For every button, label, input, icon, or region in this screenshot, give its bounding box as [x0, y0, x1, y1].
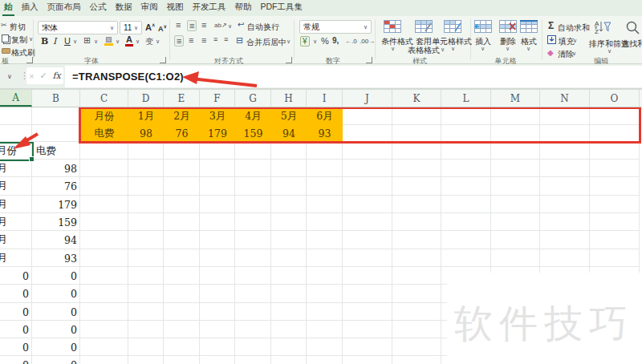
- column-header-L[interactable]: L: [441, 90, 491, 107]
- column-header-O[interactable]: O: [590, 90, 640, 107]
- borders-icon[interactable]: ⊞: [83, 35, 91, 46]
- cell-B5[interactable]: 76: [32, 177, 80, 196]
- chevron-down-icon[interactable]: ∨: [94, 38, 98, 45]
- tab-公式[interactable]: 公式: [88, 0, 108, 16]
- align-left-icon[interactable]: ≡: [174, 35, 184, 47]
- wrap-text-button[interactable]: 自动换行: [247, 22, 279, 33]
- cell-B13[interactable]: 0: [32, 321, 80, 338]
- cell-B15[interactable]: 0: [32, 356, 80, 364]
- chevron-down-icon[interactable]: ∨: [526, 46, 530, 52]
- cell-B7[interactable]: 159: [32, 213, 80, 231]
- chevron-down-icon[interactable]: ∨: [451, 46, 455, 52]
- tab-帮助[interactable]: 帮助: [234, 0, 254, 16]
- insert-function-button[interactable]: fx: [52, 71, 60, 81]
- clipboard-dialog-launcher[interactable]: [26, 57, 33, 63]
- increase-font-size-button[interactable]: A∧: [145, 22, 155, 32]
- cell-A5[interactable]: 2月: [0, 177, 32, 196]
- chevron-down-icon[interactable]: ∨: [572, 51, 576, 57]
- cell-B8[interactable]: 94: [32, 231, 80, 249]
- cell-B12[interactable]: 0: [32, 303, 80, 321]
- align-right-icon[interactable]: ≡: [201, 35, 206, 45]
- fill-color-icon[interactable]: ▨: [104, 35, 113, 46]
- bold-button[interactable]: B: [41, 36, 48, 47]
- cell-A7[interactable]: 4月: [0, 213, 32, 231]
- autosum-button[interactable]: 自动求和: [558, 22, 590, 34]
- orientation-icon[interactable]: ab↗: [214, 22, 227, 29]
- decrease-decimal-icon[interactable]: .00→: [360, 38, 375, 45]
- comma-style-icon[interactable]: 9,: [332, 36, 339, 45]
- chevron-down-icon[interactable]: ∨: [73, 38, 77, 45]
- font-size-select[interactable]: 11∨: [120, 21, 142, 34]
- cell-A8[interactable]: 5月: [0, 231, 32, 249]
- column-header-N[interactable]: N: [540, 90, 590, 107]
- percent-style-icon[interactable]: %: [321, 36, 329, 46]
- number-format-select[interactable]: 常规∨: [299, 20, 372, 34]
- column-header-E[interactable]: E: [164, 90, 200, 107]
- cell-A13[interactable]: 0: [0, 321, 32, 338]
- column-header-C[interactable]: C: [80, 90, 128, 107]
- chevron-down-icon[interactable]: ∨: [156, 38, 160, 45]
- column-header-J[interactable]: J: [343, 90, 392, 107]
- column-header-A[interactable]: A: [0, 90, 32, 107]
- accounting-format-icon[interactable]: ¥: [300, 36, 310, 47]
- chevron-down-icon[interactable]: ∨: [481, 46, 485, 52]
- column-header-G[interactable]: G: [235, 90, 271, 107]
- find-select-button[interactable]: 查找和: [621, 38, 642, 50]
- alignment-dialog-launcher[interactable]: [286, 57, 292, 63]
- cell-A6[interactable]: 3月: [0, 196, 32, 213]
- number-dialog-launcher[interactable]: [366, 57, 372, 63]
- font-name-select[interactable]: 宋体∨: [38, 21, 118, 34]
- column-header-K[interactable]: K: [392, 90, 441, 107]
- cancel-button[interactable]: ×: [29, 71, 34, 81]
- cell-A12[interactable]: 0: [0, 303, 32, 321]
- chevron-down-icon[interactable]: ∨: [29, 36, 33, 42]
- increase-decimal-icon[interactable]: ←.0: [345, 38, 357, 45]
- cell-A14[interactable]: 0: [0, 338, 32, 356]
- cell-B4[interactable]: 98: [32, 160, 80, 177]
- chevron-down-icon[interactable]: ∨: [573, 38, 577, 44]
- column-header-H[interactable]: H: [271, 90, 307, 107]
- chevron-down-icon[interactable]: ∨: [391, 46, 395, 52]
- cell-A4[interactable]: 1月: [0, 160, 32, 177]
- chevron-down-icon[interactable]: ∨: [607, 48, 612, 55]
- cell-B14[interactable]: 0: [32, 338, 80, 356]
- accept-button[interactable]: ✓: [39, 71, 47, 81]
- column-header-I[interactable]: I: [307, 90, 343, 107]
- clear-button[interactable]: 清除: [558, 49, 574, 60]
- chevron-down-icon[interactable]: ∨: [286, 38, 291, 45]
- phonetic-guide-icon[interactable]: 变: [145, 36, 153, 47]
- name-box-dropdown[interactable]: ∨: [7, 73, 12, 80]
- cell-A15[interactable]: 0: [0, 356, 32, 364]
- chevron-down-icon[interactable]: ∨: [136, 38, 140, 45]
- cell-B3[interactable]: 电费: [32, 142, 80, 160]
- tab-插入[interactable]: 插入: [20, 0, 40, 16]
- italic-button[interactable]: I: [53, 36, 56, 47]
- formula-input[interactable]: =TRANSPOSE(C1:O2): [65, 66, 642, 87]
- cut-button[interactable]: 剪切: [10, 22, 26, 33]
- chevron-down-icon[interactable]: ∨: [441, 47, 445, 53]
- cell-B9[interactable]: 93: [32, 249, 80, 267]
- column-header-B[interactable]: B: [32, 90, 80, 107]
- font-dialog-launcher[interactable]: [160, 57, 166, 63]
- decrease-indent-icon[interactable]: ≡: [213, 35, 217, 43]
- chevron-down-icon[interactable]: ∨: [313, 38, 317, 45]
- tab-始[interactable]: 始: [2, 0, 14, 16]
- align-middle-icon[interactable]: ≡: [187, 20, 197, 31]
- copy-button[interactable]: 复制: [11, 34, 27, 46]
- tab-数据[interactable]: 数据: [114, 0, 134, 16]
- cell-B10[interactable]: 0: [32, 267, 80, 285]
- cell-A11[interactable]: 0: [0, 285, 32, 303]
- chevron-down-icon[interactable]: ∨: [116, 38, 120, 45]
- tab-PDF工具集[interactable]: PDF工具集: [259, 0, 305, 16]
- decrease-font-size-button[interactable]: A∨: [158, 23, 167, 33]
- column-header-D[interactable]: D: [128, 90, 164, 107]
- column-header-F[interactable]: F: [200, 90, 235, 107]
- chevron-down-icon[interactable]: ∨: [228, 23, 232, 30]
- merge-center-button[interactable]: 合并后居中: [246, 37, 286, 48]
- tab-开发工具[interactable]: 开发工具: [191, 0, 228, 16]
- tab-视图[interactable]: 视图: [165, 0, 185, 16]
- tab-页面布局[interactable]: 页面布局: [46, 0, 83, 16]
- fill-button[interactable]: 填充: [559, 36, 575, 47]
- font-color-icon[interactable]: A: [125, 35, 133, 47]
- tab-审阅[interactable]: 审阅: [140, 0, 160, 16]
